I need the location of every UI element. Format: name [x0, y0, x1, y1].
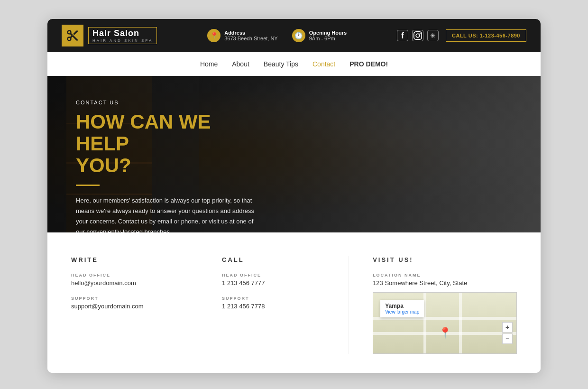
address-text: Address 3673 Beech Street, NY: [224, 30, 278, 41]
write-support-email[interactable]: support@yourdomain.com: [71, 303, 174, 310]
write-support-label: SUPPORT: [71, 296, 174, 301]
nav-bar: Home About Beauty Tips Contact PRO DEMO!: [47, 52, 541, 76]
location-label: LOCATION NAME: [373, 273, 517, 278]
browser-window: Hair Salon HAIR AND SKIN SPA 📍 Address 3…: [47, 19, 541, 373]
visit-column: VISIT US! LOCATION NAME 123 Somewhere St…: [363, 256, 526, 354]
map-zoom-in[interactable]: +: [502, 322, 513, 333]
hero-heading-line2: YOU?: [76, 154, 131, 176]
nav-pro-demo[interactable]: PRO DEMO!: [349, 58, 388, 70]
scissors-icon: [66, 29, 79, 42]
address-label: Address: [224, 30, 278, 36]
write-support: SUPPORT support@yourdomain.com: [71, 296, 174, 310]
divider-2: [349, 256, 349, 354]
nav-contact[interactable]: Contact: [312, 58, 335, 70]
call-head-office: HEAD OFFICE 1 213 456 7777: [222, 273, 325, 287]
top-bar-center: 📍 Address 3673 Beech Street, NY 🕐 Openin…: [207, 29, 347, 42]
map-place-name: Yampa: [385, 303, 419, 309]
main-nav: Home About Beauty Tips Contact PRO DEMO!: [200, 58, 388, 70]
hours-info: 🕐 Opening Hours 9Am - 6Pm: [292, 29, 347, 42]
location-address: 123 Somewhere Street, City, State: [373, 279, 517, 287]
logo-area: Hair Salon HAIR AND SKIN SPA: [62, 25, 157, 46]
call-column: CALL HEAD OFFICE 1 213 456 7777 SUPPORT …: [212, 256, 334, 354]
call-head-office-phone[interactable]: 1 213 456 7777: [222, 279, 325, 287]
call-title: CALL: [222, 256, 325, 263]
logo-subtitle: HAIR AND SKIN SPA: [92, 38, 153, 43]
contact-section: WRITE HEAD OFFICE hello@yourdomain.com S…: [47, 232, 541, 373]
nav-home[interactable]: Home: [200, 58, 218, 70]
call-button[interactable]: CALL US: 1-123-456-7890: [446, 29, 526, 42]
hero-heading-line1: HOW CAN WE HELP: [76, 111, 211, 155]
hours-label: Opening Hours: [309, 30, 347, 36]
address-icon: 📍: [207, 29, 220, 42]
hours-text: Opening Hours 9Am - 6Pm: [309, 30, 347, 41]
map-label-box: Yampa View larger map: [380, 300, 424, 317]
map-road-h1: [373, 317, 516, 320]
logo-text-area: Hair Salon HAIR AND SKIN SPA: [88, 27, 157, 44]
logo-icon-box: [62, 25, 83, 46]
address-value: 3673 Beech Street, NY: [224, 36, 278, 41]
map-road-v2: [459, 293, 462, 353]
contact-us-eyebrow: CONTACT US: [76, 100, 256, 105]
top-bar: Hair Salon HAIR AND SKIN SPA 📍 Address 3…: [47, 19, 541, 52]
yelp-icon[interactable]: ✳: [427, 30, 439, 41]
write-head-office-label: HEAD OFFICE: [71, 273, 174, 278]
hero-heading: HOW CAN WE HELP YOU?: [76, 111, 256, 177]
hero-section: CONTACT US HOW CAN WE HELP YOU? Here, ou…: [47, 76, 541, 232]
address-info: 📍 Address 3673 Beech Street, NY: [207, 29, 278, 42]
nav-beauty-tips[interactable]: Beauty Tips: [264, 58, 298, 70]
facebook-icon[interactable]: f: [397, 30, 408, 41]
write-head-office: HEAD OFFICE hello@yourdomain.com: [71, 273, 174, 287]
call-support: SUPPORT 1 213 456 7778: [222, 296, 325, 310]
write-title: WRITE: [71, 256, 174, 263]
social-icons: f ✳: [397, 30, 439, 41]
call-head-office-label: HEAD OFFICE: [222, 273, 325, 278]
top-bar-right: f ✳ CALL US: 1-123-456-7890: [397, 29, 526, 42]
nav-about[interactable]: About: [232, 58, 249, 70]
map-larger-link[interactable]: View larger map: [385, 309, 419, 315]
hours-value: 9Am - 6Pm: [309, 36, 347, 41]
call-support-label: SUPPORT: [222, 296, 325, 301]
logo-title: Hair Salon: [92, 28, 153, 38]
map-background: Yampa View larger map 📍 + −: [373, 293, 516, 353]
hero-content: CONTACT US HOW CAN WE HELP YOU? Here, ou…: [47, 76, 285, 232]
visit-title: VISIT US!: [373, 256, 517, 263]
instagram-icon[interactable]: [412, 30, 423, 41]
divider-1: [198, 256, 198, 354]
map-pin-icon: 📍: [439, 327, 451, 339]
map-container[interactable]: Yampa View larger map 📍 + −: [373, 292, 517, 354]
map-zoom-controls: + −: [502, 322, 513, 344]
call-support-phone[interactable]: 1 213 456 7778: [222, 303, 325, 310]
write-column: WRITE HEAD OFFICE hello@yourdomain.com S…: [62, 256, 184, 354]
map-zoom-out[interactable]: −: [502, 333, 513, 344]
clock-icon: 🕐: [292, 29, 305, 42]
write-head-office-email[interactable]: hello@yourdomain.com: [71, 279, 174, 287]
hero-body-text: Here, our members' satisfaction is alway…: [76, 195, 256, 232]
hero-divider: [76, 185, 100, 186]
